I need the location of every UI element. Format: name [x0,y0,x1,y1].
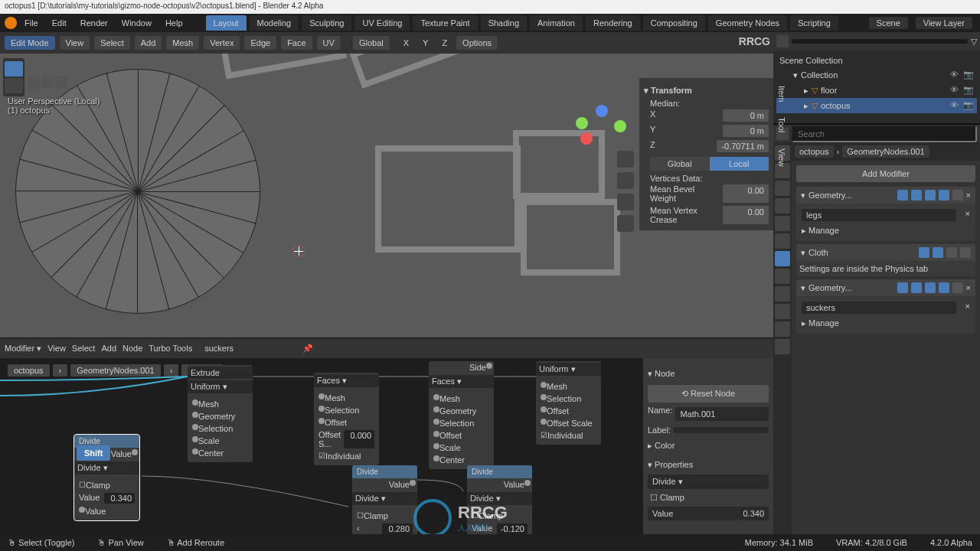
sock-center[interactable]: Center [191,447,250,459]
xyz-y[interactable]: Y [418,36,433,50]
ne-add[interactable]: Add [101,344,116,353]
tab-rendering[interactable]: Rendering [586,15,640,31]
tab-sculpting[interactable]: Sculpting [302,15,351,31]
operation-select[interactable]: Divide ▾ [648,474,769,489]
space-global[interactable]: Global [650,157,710,171]
floor-item[interactable]: ▸ ▽ floor👁📷 [776,83,977,98]
blender-icon[interactable] [5,17,17,29]
collection-item[interactable]: ▾ Collection👁📷 [776,67,977,83]
perspective-icon[interactable] [617,215,634,232]
nav-gizmo[interactable] [574,105,620,151]
sock-geo[interactable]: Geometry [191,410,250,422]
space-local[interactable]: Local [710,157,769,171]
menu-window[interactable]: Window [116,15,158,31]
ext3-mode[interactable]: Faces ▾ [429,375,494,388]
tab-modeling[interactable]: Modeling [250,15,299,31]
mod1-manage[interactable]: ▸ Manage [799,223,972,238]
node-extrude1[interactable]: Extrude Uniform ▾ Mesh Geometry Selectio… [188,365,253,462]
xyz-x[interactable]: X [399,36,413,50]
sock-sel[interactable]: Selection [191,422,250,435]
ext2-mode[interactable]: Faces ▾ [314,374,379,387]
select-menu[interactable]: Select [94,36,130,50]
pbread-obj[interactable]: octopus [795,145,834,158]
camera-vis-icon[interactable]: 📷 [963,70,974,80]
viewlayer-selector[interactable]: View Layer [916,17,972,29]
ptab-world[interactable] [775,216,790,231]
pan-icon[interactable] [617,172,634,189]
median-y-value[interactable]: 0 m [723,125,769,137]
div3-header[interactable]: Divide [467,465,532,478]
menu-help[interactable]: Help [159,15,189,31]
ptab-particles[interactable] [775,269,790,284]
ptab-viewlayer[interactable] [775,181,790,196]
tab-geonodes[interactable]: Geometry Nodes [708,15,787,31]
mod3-manage[interactable]: ▸ Manage [799,316,972,331]
scene-collection-item[interactable]: Scene Collection [776,54,977,67]
props-panel[interactable]: ▾ Properties [648,457,769,473]
mod1-tree[interactable]: legs [802,209,956,221]
uv-menu[interactable]: UV [317,36,341,50]
modifier-dropdown[interactable]: Modifier ▾ [5,344,41,354]
eye-icon[interactable]: 👁 [950,70,961,80]
reset-node-button[interactable]: ⟲ Reset Node [648,385,769,403]
add-menu[interactable]: Add [135,36,162,50]
median-z-value[interactable]: -0.70711 m [717,140,769,152]
select-edge[interactable] [41,77,54,89]
filter-icon[interactable]: ▽ [971,37,977,47]
clamp-check[interactable]: ☐ Clamp [648,491,769,505]
ptab-object[interactable] [775,233,790,249]
bread-obj[interactable]: octopus [8,364,50,377]
axis-x[interactable] [580,132,593,145]
vertex-menu[interactable]: Vertex [204,36,240,50]
xyz-z[interactable]: Z [437,36,452,50]
ptab-material[interactable] [775,339,790,354]
tab-texturepaint[interactable]: Texture Paint [413,15,477,31]
ntab-view[interactable]: View [774,148,786,167]
tool-cursor[interactable] [5,78,23,93]
ptab-modifier[interactable] [775,251,790,266]
node-panel-header[interactable]: ▾ Node [648,366,769,382]
ne-select[interactable]: Select [72,344,96,353]
ne-turbo[interactable]: Turbo Tools [149,344,192,353]
node-extrude4[interactable]: Uniform ▾ Mesh Selection Offset Offset S… [536,361,601,445]
outliner-search-a[interactable] [792,39,968,44]
sock-scale[interactable]: Scale [191,435,250,447]
pbread-mod[interactable]: GeometryNodes.001 [842,145,929,158]
mod3-header[interactable]: ▾Geometry... × [796,279,975,296]
mod1-header[interactable]: ▾Geometry... × [796,187,975,204]
median-x-value[interactable]: 0 m [723,109,769,122]
tab-uvediting[interactable]: UV Editing [354,15,410,31]
select-face[interactable] [55,77,67,89]
ntab-item[interactable]: Item [774,86,786,102]
octopus-item[interactable]: ▸ ▽ octopus👁📷 [776,98,977,113]
tab-animation[interactable]: Animation [530,15,583,31]
tab-shading[interactable]: Shading [481,15,527,31]
mod-extra-icon[interactable] [952,190,963,201]
mod-editmode-icon[interactable] [911,190,922,201]
tab-layout[interactable]: Layout [206,15,247,31]
mode-selector[interactable]: Edit Mode [5,36,55,50]
tool-select-box[interactable] [5,61,23,77]
mod2-header[interactable]: ▾Cloth [796,244,975,261]
orientation-selector[interactable]: Global [353,36,390,50]
value-input[interactable]: 0.340 [738,507,769,520]
view-menu[interactable]: View [60,36,90,50]
menu-file[interactable]: File [18,15,44,31]
color-panel[interactable]: ▸ Color [648,438,769,454]
tab-compositing[interactable]: Compositing [643,15,705,31]
mesh-menu[interactable]: Mesh [166,36,199,50]
transform-header[interactable]: ▾ Transform [644,83,769,99]
mod-close-icon[interactable]: × [966,191,971,200]
ptab-constraints[interactable] [775,304,790,319]
mod3-tree[interactable]: suckers [802,302,956,314]
bread-mod[interactable]: GeometryNodes.001 [70,364,161,377]
menu-render[interactable]: Render [74,15,114,31]
nodetree-name[interactable]: suckers [204,344,296,353]
node-extrude3[interactable]: Side Faces ▾ Mesh Geometry Selection Off… [429,361,494,469]
menu-edit[interactable]: Edit [46,15,73,31]
options-popover[interactable]: Options [456,36,498,50]
camera-icon[interactable] [617,194,634,210]
tab-scripting[interactable]: Scripting [790,15,838,31]
mod-render-icon[interactable] [939,190,949,201]
face-menu[interactable]: Face [281,36,312,50]
